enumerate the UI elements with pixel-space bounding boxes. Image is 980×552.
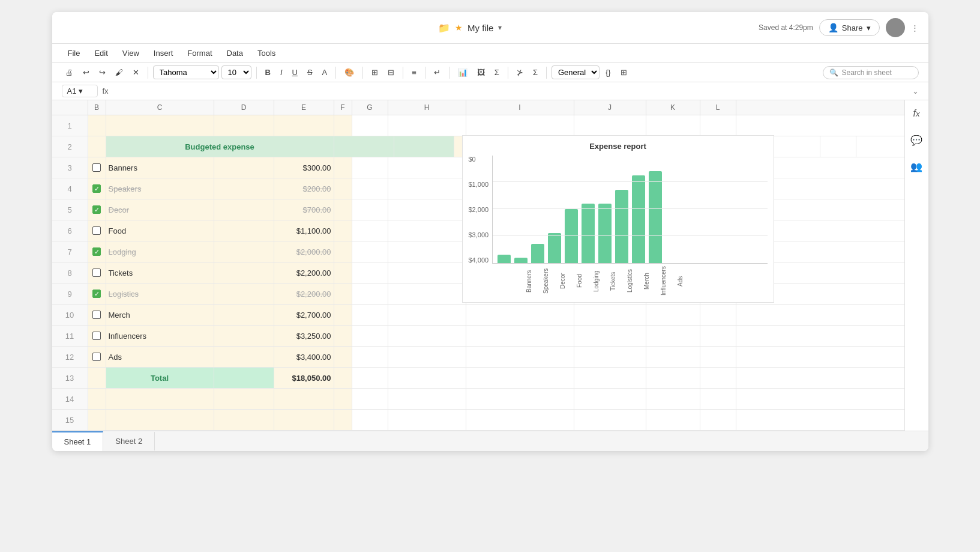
font-size-selector[interactable]: 10 bbox=[221, 65, 251, 79]
menu-insert[interactable]: Insert bbox=[148, 46, 179, 60]
cell-15b[interactable] bbox=[88, 410, 106, 430]
strikethrough-button[interactable]: S bbox=[304, 66, 316, 79]
cell-11d[interactable] bbox=[214, 326, 274, 346]
print-button[interactable]: 🖨 bbox=[62, 66, 77, 79]
cell-14d[interactable] bbox=[214, 389, 274, 409]
cell-7h[interactable] bbox=[388, 241, 466, 262]
cell-1j[interactable] bbox=[574, 115, 646, 136]
checkbox-merch[interactable] bbox=[92, 311, 101, 319]
cell-12j[interactable] bbox=[574, 347, 646, 367]
image-button[interactable]: 🖼 bbox=[473, 66, 488, 79]
cell-14b[interactable] bbox=[88, 389, 106, 409]
cell-1g[interactable] bbox=[352, 115, 388, 136]
bold-button[interactable]: B bbox=[262, 66, 274, 79]
cell-14g[interactable] bbox=[352, 389, 388, 409]
cell-12c[interactable]: Ads bbox=[106, 347, 214, 367]
cell-8e[interactable]: $2,200.00 bbox=[274, 262, 334, 283]
cell-8h[interactable] bbox=[388, 262, 466, 283]
cell-5f[interactable] bbox=[334, 199, 352, 220]
cell-5h[interactable] bbox=[388, 199, 466, 220]
checkbox-tickets[interactable] bbox=[92, 268, 101, 277]
fill-color-button[interactable]: 🎨 bbox=[341, 66, 358, 79]
cell-14f[interactable] bbox=[334, 389, 352, 409]
cell-9g[interactable] bbox=[352, 284, 388, 304]
cell-8f[interactable] bbox=[334, 262, 352, 283]
cell-13i[interactable] bbox=[466, 368, 574, 388]
cell-4g[interactable] bbox=[352, 178, 388, 199]
cell-10i[interactable] bbox=[466, 305, 574, 325]
cell-10d[interactable] bbox=[214, 305, 274, 325]
cell-4f[interactable] bbox=[334, 178, 352, 199]
avatar[interactable] bbox=[886, 18, 905, 37]
menu-edit[interactable]: Edit bbox=[88, 46, 113, 60]
cell-1i[interactable] bbox=[466, 115, 574, 136]
tab-sheet1[interactable]: Sheet 1 bbox=[52, 431, 104, 451]
cell-7c[interactable]: Lodging bbox=[106, 241, 214, 262]
cell-15d[interactable] bbox=[214, 410, 274, 430]
menu-data[interactable]: Data bbox=[221, 46, 249, 60]
checkbox-food[interactable] bbox=[92, 226, 101, 235]
cell-3f[interactable] bbox=[334, 157, 352, 178]
cell-11k[interactable] bbox=[646, 326, 700, 346]
cell-12e[interactable]: $3,400.00 bbox=[274, 347, 334, 367]
chevron-down-icon[interactable]: ▾ bbox=[498, 23, 502, 32]
cell-14k[interactable] bbox=[646, 389, 700, 409]
clear-format-button[interactable]: ✕ bbox=[129, 66, 143, 79]
checkbox-decor[interactable]: ✓ bbox=[92, 205, 101, 214]
cell-11l[interactable] bbox=[700, 326, 736, 346]
cell-4c[interactable]: Speakers bbox=[106, 178, 214, 199]
cell-14h[interactable] bbox=[388, 389, 466, 409]
cell-5b[interactable]: ✓ bbox=[88, 199, 106, 220]
cell-1e[interactable] bbox=[274, 115, 334, 136]
cell-15f[interactable] bbox=[334, 410, 352, 430]
cell-6f[interactable] bbox=[334, 220, 352, 241]
cell-11g[interactable] bbox=[352, 326, 388, 346]
cell-8c[interactable]: Tickets bbox=[106, 262, 214, 283]
cell-12h[interactable] bbox=[388, 347, 466, 367]
cell-12b[interactable] bbox=[88, 347, 106, 367]
cell-11c[interactable]: Influencers bbox=[106, 326, 214, 346]
font-color-button[interactable]: A bbox=[319, 66, 331, 79]
cell-5d[interactable] bbox=[214, 199, 274, 220]
cell-10c[interactable]: Merch bbox=[106, 305, 214, 325]
more-icon[interactable]: ⋮ bbox=[911, 23, 919, 32]
merge-button[interactable]: ⊟ bbox=[384, 66, 398, 79]
cell-1b[interactable] bbox=[88, 115, 106, 136]
cell-6h[interactable] bbox=[388, 220, 466, 241]
sidebar-formula-button[interactable]: fx bbox=[908, 105, 925, 122]
checkbox-banners[interactable] bbox=[92, 163, 101, 172]
number-format-selector[interactable]: General bbox=[552, 65, 600, 79]
cell-2d[interactable] bbox=[334, 136, 394, 157]
cell-3c[interactable]: Banners bbox=[106, 157, 214, 178]
cell-13d[interactable] bbox=[214, 368, 274, 388]
cell-15g[interactable] bbox=[352, 410, 388, 430]
cell-12d[interactable] bbox=[214, 347, 274, 367]
menu-view[interactable]: View bbox=[116, 46, 145, 60]
cell-14l[interactable] bbox=[700, 389, 736, 409]
cell-15j[interactable] bbox=[574, 410, 646, 430]
cell-3h[interactable] bbox=[388, 157, 466, 178]
cell-9f[interactable] bbox=[334, 284, 352, 304]
cell-4b[interactable]: ✓ bbox=[88, 178, 106, 199]
cell-6b[interactable] bbox=[88, 220, 106, 241]
total-label-cell[interactable]: Total bbox=[106, 368, 214, 388]
cell-11h[interactable] bbox=[388, 326, 466, 346]
formula-expand-icon[interactable]: ⌄ bbox=[912, 86, 919, 96]
cell-1l[interactable] bbox=[700, 115, 736, 136]
cell-2e[interactable] bbox=[394, 136, 454, 157]
cell-2k[interactable] bbox=[766, 136, 820, 157]
total-value-cell[interactable]: $18,050.00 bbox=[274, 368, 334, 388]
cell-7g[interactable] bbox=[352, 241, 388, 262]
cell-12i[interactable] bbox=[466, 347, 574, 367]
cell-1k[interactable] bbox=[646, 115, 700, 136]
cell-14e[interactable] bbox=[274, 389, 334, 409]
cell-1d[interactable] bbox=[214, 115, 274, 136]
cell-8g[interactable] bbox=[352, 262, 388, 283]
cell-7d[interactable] bbox=[214, 241, 274, 262]
cell-6e[interactable]: $1,100.00 bbox=[274, 220, 334, 241]
sidebar-comment-button[interactable]: 💬 bbox=[908, 132, 925, 148]
undo-button[interactable]: ↩ bbox=[79, 66, 93, 79]
cell-8b[interactable] bbox=[88, 262, 106, 283]
cell-11e[interactable]: $3,250.00 bbox=[274, 326, 334, 346]
cell-9d[interactable] bbox=[214, 284, 274, 304]
